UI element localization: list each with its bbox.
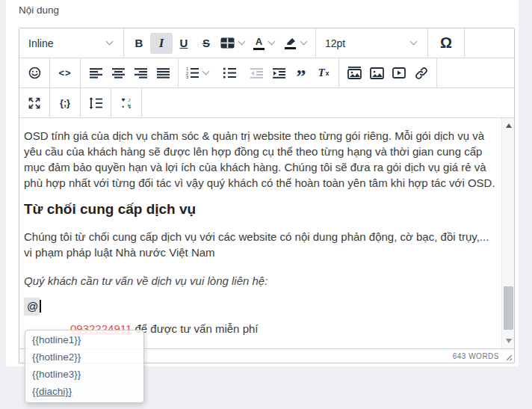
numbered-list-button[interactable]: 123 (182, 63, 214, 84)
autocomplete-item-diachi[interactable]: {{diachi}} (25, 384, 143, 401)
align-justify-button[interactable] (152, 63, 174, 84)
bullet-list-icon (223, 67, 236, 79)
emoji-cell (19, 58, 50, 87)
image-upload-icon (347, 67, 362, 79)
editor-content-area[interactable]: OSD tính giá của dịch vụ chăm sóc & quản… (19, 118, 514, 348)
align-center-button[interactable] (107, 63, 129, 84)
arrow-up-icon (506, 123, 512, 128)
code-sample-cell: {;} (50, 88, 81, 117)
strikethrough-button[interactable]: S (195, 33, 217, 54)
special-char-cell: Ω (428, 28, 465, 58)
align-right-icon (134, 68, 147, 79)
align-center-icon (112, 68, 125, 79)
list-group: 123 ” Tx (179, 58, 339, 87)
toolbar-filler (142, 88, 514, 117)
link-icon (415, 67, 428, 80)
chevron-down-icon (410, 38, 418, 46)
source-code-button[interactable]: <> (54, 63, 76, 84)
video-icon (392, 67, 406, 79)
numbered-list-icon: 123 (186, 67, 199, 79)
align-left-button[interactable] (84, 63, 107, 84)
page: Nội dung Inline B I U S (0, 0, 532, 409)
strikethrough-icon: S (202, 37, 210, 49)
align-right-button[interactable] (129, 63, 152, 84)
outdent-button[interactable] (245, 63, 267, 84)
toolbar-filler (437, 58, 514, 87)
line-height-cell (81, 88, 111, 117)
clear-formatting-icon: Tx (318, 67, 329, 79)
fullscreen-button[interactable] (23, 93, 46, 114)
toolbar-filler (465, 28, 514, 58)
bold-button[interactable]: B (128, 33, 150, 54)
vertical-scrollbar[interactable] (501, 118, 514, 348)
outdent-icon (250, 68, 263, 79)
format-group: B I U S A (124, 28, 316, 58)
highlight-color-button[interactable] (280, 33, 312, 54)
mention-trigger-token: @ (24, 298, 40, 316)
omega-icon: Ω (440, 34, 452, 52)
scroll-up-button[interactable] (502, 120, 514, 132)
bold-icon: B (135, 37, 143, 49)
code-icon: <> (58, 67, 71, 79)
italic-icon: I (159, 36, 164, 51)
media-elements-icon: ♥♪ ▪↯ (120, 96, 132, 110)
insert-image-button[interactable] (365, 63, 388, 84)
font-size-value: 12pt (325, 37, 345, 49)
style-select-value: Inline (28, 37, 53, 49)
font-size-cell: 12pt (316, 28, 428, 58)
chevron-down-icon (268, 38, 276, 46)
scroll-down-button[interactable] (502, 335, 514, 347)
chevron-down-icon (300, 38, 307, 46)
text-caret (40, 300, 41, 313)
indent-button[interactable] (267, 63, 290, 84)
media-elements-cell: ♥♪ ▪↯ (111, 88, 142, 117)
chevron-down-icon (202, 68, 210, 76)
italic-button[interactable]: I (150, 33, 173, 54)
toolbar-row-2: <> 123 (19, 58, 514, 88)
code-sample-icon: {;} (60, 98, 70, 108)
code-sample-button[interactable]: {;} (54, 93, 76, 114)
autocomplete-item-hotline3[interactable]: {{hotline3}} (25, 366, 143, 384)
clear-formatting-button[interactable]: Tx (312, 63, 335, 84)
field-label: Nội dung (19, 4, 59, 16)
image-icon (370, 67, 384, 79)
blockquote-icon: ” (297, 73, 306, 81)
special-character-button[interactable]: Ω (432, 33, 460, 54)
media-elements-button[interactable]: ♥♪ ▪↯ (115, 93, 137, 114)
smiley-icon (28, 67, 41, 79)
table-button[interactable] (217, 33, 249, 54)
table-icon (220, 37, 235, 49)
style-select-cell: Inline (19, 28, 124, 58)
resize-handle-icon[interactable] (504, 353, 513, 361)
insert-video-button[interactable] (388, 63, 410, 84)
align-left-icon (90, 68, 102, 79)
paragraph-italic: Quý khách cần tư vấn về dịch vụ vui lòng… (24, 273, 496, 289)
line-height-button[interactable] (84, 93, 107, 114)
content-heading: Từ chối cung cấp dịch vụ (24, 201, 496, 218)
media-group (339, 58, 437, 87)
line-height-icon (89, 97, 102, 109)
emoticons-button[interactable] (23, 63, 46, 84)
svg-text:3: 3 (186, 75, 188, 79)
fullscreen-icon (28, 97, 40, 109)
bullet-list-button[interactable] (214, 63, 245, 84)
autocomplete-item-hotline1[interactable]: {{hotline1}} (25, 332, 143, 349)
highlight-color-icon (285, 37, 297, 49)
indent-icon (273, 68, 285, 79)
style-select[interactable]: Inline (23, 28, 120, 58)
insert-link-button[interactable] (410, 63, 433, 84)
autocomplete-item-hotline2[interactable]: {{hotline2}} (25, 349, 143, 366)
code-cell: <> (50, 58, 81, 87)
hotline-line-rest: để được tư vấn miễn phí (132, 322, 258, 335)
fullscreen-cell (19, 88, 50, 117)
text-color-button[interactable]: A (249, 33, 280, 54)
font-size-select[interactable]: 12pt (320, 28, 424, 58)
underline-button[interactable]: U (173, 33, 195, 54)
editor-document: OSD tính giá của dịch vụ chăm sóc & quản… (24, 118, 496, 336)
image-upload-button[interactable] (343, 63, 365, 84)
blockquote-button[interactable]: ” (290, 63, 312, 84)
scrollbar-thumb[interactable] (504, 286, 513, 330)
paragraph: OSD tính giá của dịch vụ chăm sóc & quản… (24, 128, 496, 191)
chevron-down-icon (238, 38, 246, 46)
text-color-icon: A (253, 37, 265, 50)
